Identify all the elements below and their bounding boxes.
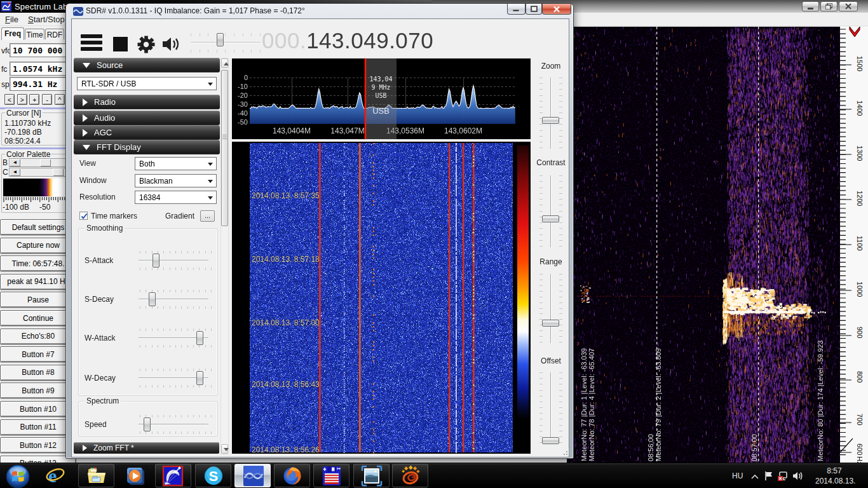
sdrsharp-titlebar[interactable]: SDR# v1.0.0.1311 - IQ Imbalance: Gain = … bbox=[66, 4, 573, 18]
settings-scrollbar[interactable] bbox=[220, 58, 229, 454]
frequency-display[interactable]: 000.143.049.070 bbox=[262, 28, 433, 53]
tray-action-center-icon[interactable] bbox=[764, 471, 773, 481]
contrast-slider-thumb[interactable] bbox=[542, 215, 559, 222]
panel-header-agc[interactable]: AGC bbox=[74, 125, 220, 140]
s-attack-slider-thumb[interactable] bbox=[153, 254, 159, 268]
speclab-nav-button-0[interactable]: < bbox=[4, 94, 15, 105]
w-decay-slider[interactable] bbox=[139, 369, 208, 388]
speclab-tab-freq[interactable]: Freq bbox=[1, 27, 24, 40]
sdrsharp-waterfall-panel[interactable]: 2014.08.13. 8:57:352014.08.13. 8:57:1820… bbox=[232, 142, 531, 454]
scrollbar-down-button[interactable] bbox=[221, 444, 228, 454]
speclab-button-default-settings[interactable]: Default settings bbox=[0, 219, 76, 235]
speclab-tab-rdf[interactable]: RDF bbox=[45, 29, 64, 39]
speclab-nav-button-3[interactable]: - bbox=[42, 94, 52, 105]
speclab-button-echo-s-80[interactable]: Echo's:80 bbox=[0, 329, 76, 344]
w-attack-slider[interactable] bbox=[139, 329, 208, 348]
range-slider[interactable] bbox=[539, 274, 562, 343]
panel-header-source[interactable]: Source bbox=[74, 58, 220, 72]
speclab-button-capture-now[interactable]: Capture now bbox=[0, 238, 76, 254]
start-button[interactable] bbox=[6, 464, 30, 488]
panel-header-fft-display[interactable]: FFT Display bbox=[74, 140, 220, 154]
w-decay-slider-thumb[interactable] bbox=[196, 371, 203, 385]
speclab-waterfall[interactable] bbox=[567, 27, 840, 463]
sdrsharp-close-button[interactable] bbox=[542, 4, 571, 15]
window-combobox[interactable]: Blackman bbox=[135, 174, 217, 187]
contrast-slider[interactable] bbox=[539, 175, 562, 247]
time-markers-checkbox[interactable] bbox=[79, 212, 88, 220]
offset-slider[interactable] bbox=[539, 372, 562, 444]
palette-b-thumb[interactable] bbox=[40, 159, 51, 166]
sdrsharp-maximize-button[interactable] bbox=[526, 4, 542, 15]
panel-header-radio[interactable]: Radio bbox=[74, 95, 220, 109]
gradient-ellipsis-button[interactable]: ... bbox=[200, 210, 215, 222]
scrollbar-thumb[interactable] bbox=[221, 70, 228, 226]
volume-slider-thumb[interactable] bbox=[217, 33, 224, 46]
offset-slider-thumb[interactable] bbox=[542, 437, 559, 444]
taskbar-icon-sdrsharp[interactable] bbox=[242, 465, 265, 488]
window-resize-grip[interactable] bbox=[563, 448, 571, 456]
tray-language[interactable]: HU bbox=[732, 471, 743, 480]
panel-header-zoom-fft[interactable]: Zoom FFT * bbox=[74, 442, 219, 454]
speclab-button-button-12[interactable]: Button #12 bbox=[0, 437, 76, 453]
taskbar-icon-internet-explorer[interactable]: e bbox=[44, 465, 66, 488]
frequency-digits: 143.049.070 bbox=[306, 28, 433, 53]
menu-hamburger-button[interactable] bbox=[81, 34, 102, 51]
range-slider-thumb[interactable] bbox=[542, 320, 559, 327]
w-attack-slider-thumb[interactable] bbox=[196, 331, 203, 345]
taskbar-icon-media-player[interactable] bbox=[124, 465, 146, 488]
sdrsharp-minimize-button[interactable] bbox=[507, 4, 526, 15]
taskbar-icon-spectrum-lab[interactable]: W bbox=[162, 465, 184, 488]
panel-header-audio[interactable]: Audio bbox=[74, 111, 220, 125]
taskbar-icon-floppy-app[interactable] bbox=[321, 465, 342, 488]
taskbar-icon-photo-viewer[interactable] bbox=[361, 465, 383, 488]
speclab-button-button-8[interactable]: Button #8 bbox=[0, 365, 76, 381]
s-decay-slider[interactable] bbox=[139, 290, 208, 309]
palette-b-left-arrow[interactable]: ◄ bbox=[10, 159, 20, 166]
resolution-value: 16384 bbox=[139, 193, 160, 202]
palette-c-left-arrow[interactable]: ◄ bbox=[10, 168, 20, 176]
speclab-button-button-11[interactable]: Button #11 bbox=[0, 419, 76, 435]
menu-file[interactable]: File bbox=[5, 15, 18, 24]
settings-gear-button[interactable] bbox=[137, 35, 156, 54]
speclab-button-button-9[interactable]: Button #9 bbox=[0, 383, 76, 398]
speclab-minimize-button[interactable] bbox=[802, 1, 819, 11]
s-decay-slider-thumb[interactable] bbox=[149, 292, 156, 306]
speclab-tab-time[interactable]: Time bbox=[25, 29, 44, 39]
speed-slider[interactable] bbox=[139, 415, 208, 434]
audio-speaker-button[interactable] bbox=[161, 36, 182, 53]
palette-c-thumb[interactable] bbox=[53, 168, 64, 176]
taskbar-icon-firefox[interactable] bbox=[281, 465, 303, 488]
speclab-restore-button[interactable] bbox=[820, 1, 837, 11]
scrollbar-up-button[interactable] bbox=[221, 58, 228, 68]
view-combobox[interactable]: Both bbox=[135, 157, 217, 170]
speclab-nav-button-4[interactable]: ^ bbox=[55, 94, 65, 105]
volume-slider[interactable] bbox=[191, 42, 261, 43]
taskbar-icon-windows-explorer[interactable] bbox=[86, 465, 107, 488]
stop-button[interactable] bbox=[113, 37, 128, 51]
speclab-button-continue[interactable]: Continue bbox=[0, 310, 76, 326]
tray-date[interactable]: 2014.08.13. bbox=[815, 477, 855, 485]
taskbar-icon-xnview[interactable] bbox=[400, 465, 421, 488]
s-attack-slider[interactable] bbox=[139, 251, 208, 270]
spectrum-analyzer-panel[interactable]: 0-10-20-30-40-50 143,0404M143,047M143,05… bbox=[232, 58, 531, 139]
tray-show-hidden-icon[interactable] bbox=[750, 474, 759, 480]
speclab-close-button[interactable] bbox=[839, 1, 858, 11]
speclab-button-button-7[interactable]: Button #7 bbox=[0, 346, 76, 362]
zoom-slider-thumb[interactable] bbox=[542, 117, 559, 124]
taskbar-icon-skype[interactable]: S bbox=[203, 465, 224, 488]
speclab-button-pause[interactable]: Pause bbox=[0, 292, 76, 308]
tray-volume-icon[interactable] bbox=[792, 471, 804, 481]
resolution-combobox[interactable]: 16384 bbox=[135, 191, 217, 204]
source-device-combobox[interactable]: RTL-SDR / USB bbox=[77, 77, 217, 90]
speclab-button-time-06-57-48[interactable]: Time: 06:57:48. bbox=[0, 255, 76, 271]
zoom-slider[interactable] bbox=[539, 78, 562, 149]
speclab-nav-button-2[interactable]: + bbox=[29, 94, 39, 105]
speed-slider-thumb[interactable] bbox=[144, 417, 151, 431]
speclab-button-button-10[interactable]: Button #10 bbox=[0, 401, 76, 417]
menu-start-stop[interactable]: Start/Stop bbox=[28, 15, 65, 24]
tray-clock[interactable]: 8:57 bbox=[820, 466, 848, 475]
sdrsharp-window: SDR# v1.0.0.1311 - IQ Imbalance: Gain = … bbox=[65, 3, 574, 459]
tray-remove-hardware-icon[interactable] bbox=[778, 471, 789, 481]
speclab-nav-button-1[interactable]: > bbox=[17, 94, 27, 105]
speclab-button-peak-at-941-10-hz[interactable]: peak at 941.10 Hz bbox=[0, 274, 76, 290]
